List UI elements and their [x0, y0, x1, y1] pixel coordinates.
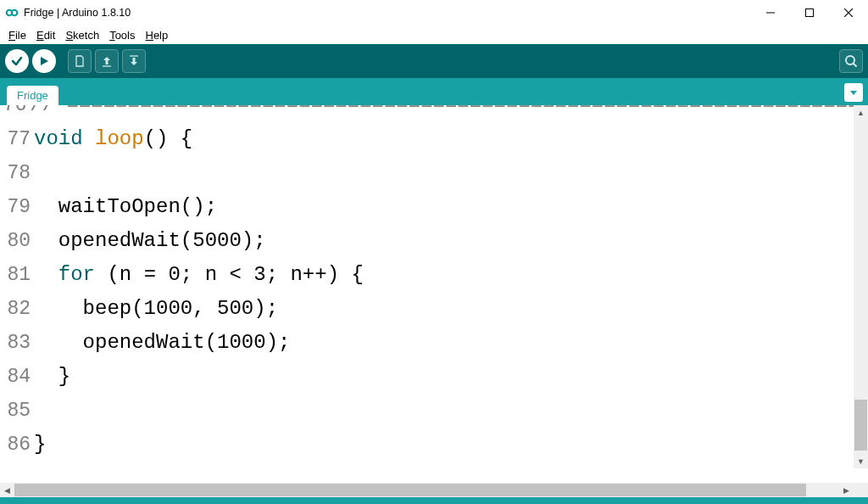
svg-marker-6 — [41, 57, 48, 65]
code-line[interactable]: 83 openedWait(1000); — [0, 326, 868, 360]
svg-marker-9 — [131, 58, 137, 65]
code-line[interactable]: 81 for (n = 0; n < 3; n++) { — [0, 258, 868, 292]
code-text[interactable]: // =====================================… — [30, 105, 868, 122]
new-sketch-button[interactable] — [68, 49, 92, 73]
vertical-scrollbar[interactable]: ▲ ▼ — [854, 105, 868, 468]
line-number: 86 — [0, 428, 34, 462]
window-controls — [751, 0, 868, 25]
menu-edit[interactable]: Edit — [31, 29, 60, 42]
verify-button[interactable] — [5, 49, 29, 73]
minimize-button[interactable] — [751, 0, 790, 25]
open-sketch-button[interactable] — [95, 49, 119, 73]
horizontal-scrollbar[interactable]: ◀ ▶ — [0, 483, 854, 497]
scroll-right-button[interactable]: ▶ — [839, 483, 854, 497]
code-line[interactable]: 84 } — [0, 360, 868, 394]
svg-line-12 — [854, 64, 856, 66]
svg-marker-13 — [850, 91, 857, 95]
line-number: 76 — [0, 105, 30, 122]
line-number: 82 — [0, 292, 34, 326]
arduino-app-icon — [5, 6, 19, 20]
code-line[interactable]: 76// ===================================… — [0, 105, 868, 122]
line-number: 79 — [0, 190, 34, 224]
save-sketch-button[interactable] — [122, 49, 146, 73]
code-text[interactable]: openedWait(1000); — [34, 326, 290, 360]
menu-file[interactable]: File — [3, 29, 31, 42]
code-line[interactable]: 77void loop() { — [0, 122, 868, 156]
scrollbar-corner — [854, 483, 868, 497]
code-text[interactable]: } — [34, 428, 46, 462]
tab-fridge[interactable]: Fridge — [7, 86, 58, 105]
code-line[interactable]: 85 — [0, 394, 868, 428]
scroll-up-button[interactable]: ▲ — [854, 105, 868, 120]
code-line[interactable]: 86} — [0, 428, 868, 462]
maximize-button[interactable] — [790, 0, 829, 25]
status-strip — [0, 497, 868, 504]
menubar: File Edit Sketch Tools Help — [0, 25, 868, 44]
menu-sketch[interactable]: Sketch — [60, 29, 104, 42]
code-line[interactable]: 80 openedWait(5000); — [0, 224, 868, 258]
close-button[interactable] — [829, 0, 868, 25]
line-number: 83 — [0, 326, 34, 360]
toolbar — [0, 44, 868, 78]
svg-point-1 — [12, 10, 18, 16]
titlebar: Fridge | Arduino 1.8.10 — [0, 0, 868, 25]
code-text[interactable]: waitToOpen(); — [34, 190, 217, 224]
code-line[interactable]: 78 — [0, 156, 868, 190]
line-number: 78 — [0, 156, 34, 190]
svg-marker-7 — [103, 57, 110, 64]
upload-button[interactable] — [32, 49, 56, 73]
code-text[interactable]: openedWait(5000); — [34, 224, 266, 258]
code-line[interactable]: 82 beep(1000, 500); — [0, 292, 868, 326]
scroll-down-button[interactable]: ▼ — [854, 454, 868, 468]
horizontal-scroll-thumb[interactable] — [14, 484, 806, 496]
code-text[interactable]: beep(1000, 500); — [34, 292, 278, 326]
tab-menu-button[interactable] — [844, 83, 863, 102]
code-text[interactable]: } — [34, 360, 70, 394]
serial-monitor-button[interactable] — [839, 49, 863, 73]
code-text[interactable]: void loop() { — [34, 122, 192, 156]
line-number: 81 — [0, 258, 34, 292]
tab-strip: Fridge — [0, 78, 868, 105]
code-line[interactable]: 79 waitToOpen(); — [0, 190, 868, 224]
line-number: 80 — [0, 224, 34, 258]
window-title: Fridge | Arduino 1.8.10 — [24, 7, 751, 19]
line-number: 77 — [0, 122, 34, 156]
menu-help[interactable]: Help — [140, 29, 173, 42]
scroll-left-button[interactable]: ◀ — [0, 483, 14, 497]
menu-tools[interactable]: Tools — [104, 29, 140, 42]
line-number: 84 — [0, 360, 34, 394]
line-number: 85 — [0, 394, 34, 428]
code-editor[interactable]: 76// ===================================… — [0, 105, 868, 497]
vertical-scroll-thumb[interactable] — [854, 400, 867, 451]
code-text[interactable]: for (n = 0; n < 3; n++) { — [34, 258, 364, 292]
svg-rect-3 — [806, 9, 814, 17]
